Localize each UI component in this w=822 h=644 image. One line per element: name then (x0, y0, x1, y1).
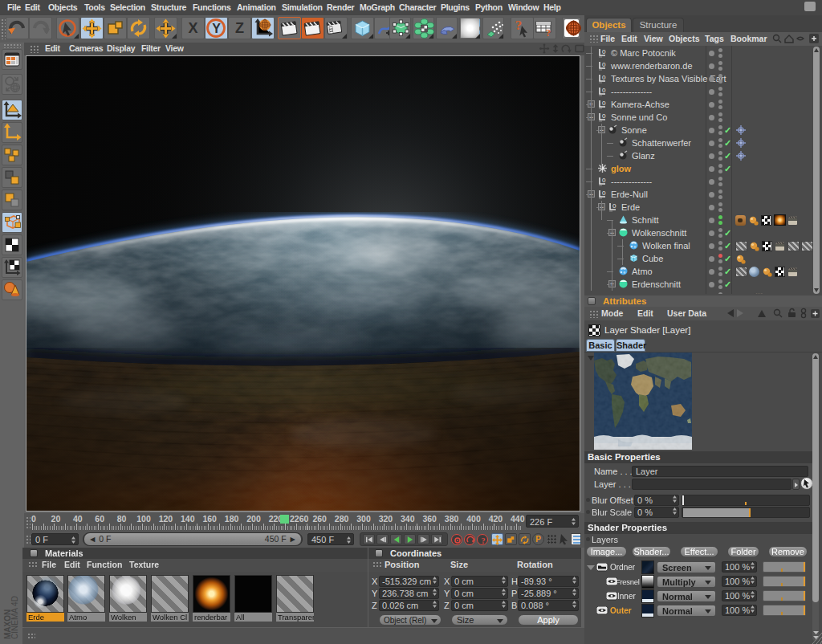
svg-text:?: ? (482, 536, 486, 545)
svg-text:0: 0 (602, 177, 606, 184)
svg-text:0: 0 (602, 48, 606, 55)
svg-text:0: 0 (612, 202, 616, 210)
svg-text:0: 0 (602, 74, 606, 81)
svg-text:Y: Y (212, 22, 221, 35)
svg-text:X: X (188, 20, 197, 36)
svg-text:Z: Z (235, 20, 244, 36)
svg-text:0: 0 (602, 100, 606, 107)
svg-text:0: 0 (602, 112, 606, 120)
svg-text:0: 0 (602, 61, 606, 68)
svg-text:0: 0 (602, 190, 606, 197)
svg-text:0: 0 (602, 87, 606, 94)
svg-text:?: ? (546, 26, 551, 39)
